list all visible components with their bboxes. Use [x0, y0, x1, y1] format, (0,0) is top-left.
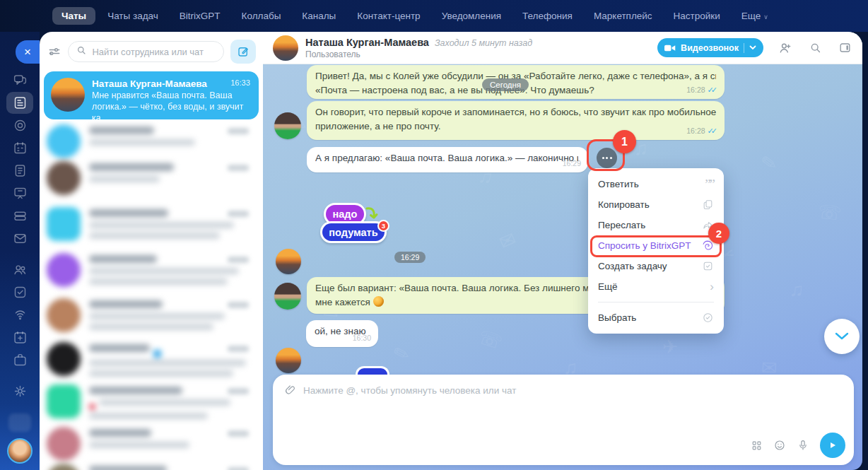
rail-signal-icon[interactable]: [6, 304, 33, 326]
rail-docs-icon[interactable]: [6, 160, 33, 182]
rail-board-icon[interactable]: [6, 182, 33, 204]
menu-item-select[interactable]: Выбрать: [588, 307, 724, 328]
user-avatar[interactable]: [7, 438, 33, 464]
message-bubble[interactable]: А я предлагаю: «Ваша почта. Ваша логика.…: [307, 147, 588, 172]
rail-employees-icon[interactable]: [6, 259, 33, 281]
add-member-icon[interactable]: [778, 40, 793, 56]
chat-name: Наташа Курган-Мамаева: [92, 78, 250, 90]
filter-icon[interactable]: [47, 43, 61, 60]
microphone-icon[interactable]: [797, 439, 809, 452]
scroll-to-bottom-button[interactable]: [824, 319, 860, 354]
read-checks-icon: ✓✓: [708, 124, 717, 139]
message-menu-button[interactable]: [597, 148, 617, 168]
chat-preview-line1: Мне нравится «Ваша почта. Ваша: [92, 90, 250, 101]
chat-item-blurred[interactable]: [44, 459, 259, 470]
rail-workspace-icon[interactable]: [6, 349, 33, 371]
search-in-chat-icon[interactable]: [807, 40, 823, 56]
chat-header: Наташа Курган-МамаеваЗаходил 5 минут наз…: [263, 32, 862, 64]
task-checkbox-icon: [702, 260, 714, 272]
avatar: [47, 464, 81, 470]
tab-settings[interactable]: Настройки: [664, 7, 729, 25]
chat-time: 16:33: [230, 78, 250, 87]
search-input[interactable]: [92, 47, 216, 57]
avatar: [47, 161, 81, 195]
chat-item-blurred[interactable]: [44, 293, 259, 337]
menu-divider: [598, 302, 714, 302]
chevron-right-icon: ›: [710, 283, 714, 290]
message-composer[interactable]: Нажмите @, чтобы упомянуть человека или …: [273, 375, 854, 465]
menu-item-reply[interactable]: Ответить ””: [588, 174, 724, 194]
bitrix24-app: Чаты Чаты задач BitrixGPT Коллабы Каналы…: [0, 0, 868, 470]
chat-item-blurred[interactable]: [44, 119, 259, 156]
chat-item-selected[interactable]: Наташа Курган-Мамаева Мне нравится «Ваша…: [44, 71, 259, 119]
thinking-emoji-icon: [373, 296, 384, 307]
camera-icon: [664, 44, 676, 52]
message-bubble[interactable]: Он говорит, что первый короче и запомина…: [307, 101, 725, 140]
tab-bitrixgpt[interactable]: BitrixGPT: [170, 7, 230, 25]
chat-item-blurred[interactable]: [44, 156, 259, 202]
tab-channels[interactable]: Каналы: [293, 7, 345, 25]
avatar: [47, 207, 81, 241]
tab-marketplace[interactable]: Маркетплейс: [585, 7, 662, 25]
apps-grid-icon[interactable]: [751, 440, 763, 452]
sender-avatar[interactable]: [274, 283, 301, 310]
attach-icon[interactable]: [284, 384, 297, 396]
tab-telephony[interactable]: Телефония: [513, 7, 582, 25]
avatar: [47, 384, 81, 418]
message-time: 16:28: [686, 83, 705, 98]
rail-planner-icon[interactable]: [6, 327, 33, 348]
send-button[interactable]: [820, 433, 845, 458]
menu-item-forward[interactable]: Переслать: [588, 215, 724, 235]
message-bubble[interactable]: ой, не знаю 16:30: [306, 320, 378, 347]
rail-blurred-item: [8, 413, 31, 432]
avatar: [51, 78, 85, 112]
chat-partner-name: Наташа Курган-МамаеваЗаходил 5 минут наз…: [305, 37, 532, 49]
rail-calendar-icon[interactable]: [6, 137, 33, 159]
sender-avatar[interactable]: [274, 112, 301, 139]
read-checks-icon: ✓✓: [708, 83, 717, 98]
tab-notifications[interactable]: Уведомления: [433, 7, 510, 25]
sticker-nado-podumat[interactable]: надо подумать 3: [317, 198, 401, 269]
tab-collabs[interactable]: Коллабы: [233, 7, 291, 25]
close-panel-button[interactable]: ×: [16, 40, 40, 64]
chevron-down-icon: [749, 45, 756, 50]
tab-task-chats[interactable]: Чаты задач: [98, 7, 168, 25]
chat-item-blurred[interactable]: [44, 380, 259, 422]
last-seen-status: Заходил 5 минут назад: [435, 38, 532, 48]
sidebar-panel-icon[interactable]: [837, 40, 852, 56]
sender-avatar[interactable]: [276, 249, 301, 274]
rail-settings-gear-icon[interactable]: [6, 380, 33, 402]
menu-item-copy[interactable]: Копировать: [588, 194, 724, 215]
tab-more[interactable]: Еще∨: [732, 7, 778, 25]
avatar: [47, 342, 81, 376]
rail-mail-icon[interactable]: [6, 228, 33, 249]
menu-item-ask-bitrixgpt[interactable]: Спросить у BitrixGPT: [588, 235, 724, 256]
rail-drive-icon[interactable]: [6, 205, 33, 227]
chat-item-blurred[interactable]: [44, 248, 259, 293]
chat-item-blurred[interactable]: [44, 202, 259, 248]
verified-icon: [153, 350, 161, 358]
video-call-button[interactable]: Видеозвонок: [657, 38, 763, 57]
rail-feed-icon[interactable]: [6, 92, 33, 114]
tab-chats[interactable]: Чаты: [52, 7, 95, 25]
close-icon: ×: [24, 45, 31, 59]
menu-item-more[interactable]: Ещё ›: [588, 276, 724, 297]
rail-crm-icon[interactable]: [6, 114, 33, 136]
chat-item-blurred[interactable]: [44, 337, 259, 380]
send-icon: [828, 440, 838, 450]
sender-avatar[interactable]: [276, 348, 301, 373]
menu-item-create-task[interactable]: Создать задачу: [588, 256, 724, 276]
tab-contact-center[interactable]: Контакт-центр: [348, 7, 429, 25]
avatar: [47, 427, 81, 461]
emoji-icon[interactable]: [773, 439, 786, 452]
time-chip: 16:29: [394, 252, 426, 263]
chat-partner-avatar[interactable]: [273, 35, 298, 61]
chevron-down-icon: [835, 332, 849, 341]
chat-item-blurred[interactable]: [44, 422, 259, 459]
rail-chats-icon[interactable]: [6, 69, 33, 91]
message-context-menu: Ответить ”” Копировать Переслать Спросит…: [588, 168, 724, 334]
step-badge-1: 1: [613, 130, 636, 153]
compose-button[interactable]: [230, 40, 256, 64]
rail-tasks-icon[interactable]: [6, 281, 33, 303]
sticker-count-badge: 3: [377, 220, 389, 232]
